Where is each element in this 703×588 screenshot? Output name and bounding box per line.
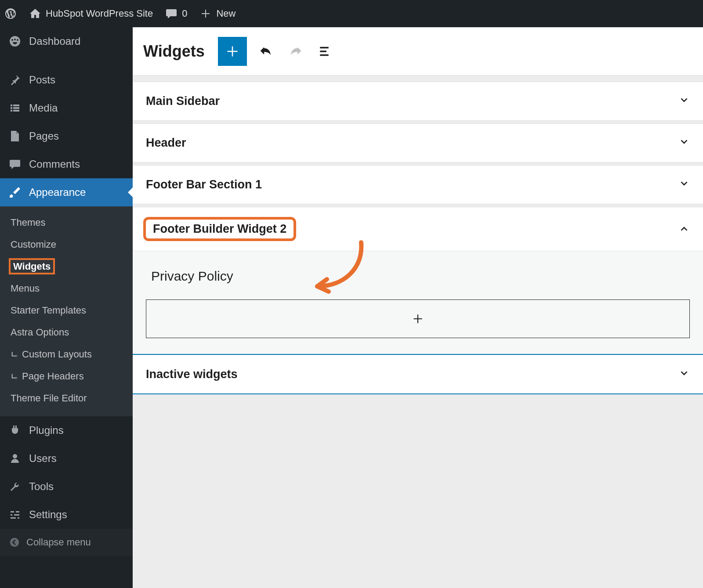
comments-link[interactable]: 0 xyxy=(165,7,187,20)
widget-area-footer-builder-2[interactable]: Footer Builder Widget 2 xyxy=(133,207,703,251)
sub-theme-file-editor[interactable]: Theme File Editor xyxy=(0,387,133,409)
chevron-down-icon xyxy=(678,368,690,381)
pin-icon xyxy=(9,74,21,86)
user-icon xyxy=(9,452,21,465)
heading-block[interactable]: Privacy Policy xyxy=(151,269,690,284)
sub-themes[interactable]: Themes xyxy=(0,212,133,234)
sub-astra-options[interactable]: Astra Options xyxy=(0,321,133,343)
chevron-down-icon xyxy=(678,95,690,108)
nav-settings[interactable]: Settings xyxy=(0,501,133,529)
nav-label: Tools xyxy=(29,480,54,493)
admin-toolbar: HubSpot WordPress Site 0 New xyxy=(0,0,703,27)
wrench-icon xyxy=(9,480,21,493)
nav-label: Appearance xyxy=(29,186,86,198)
sub-starter-templates[interactable]: Starter Templates xyxy=(0,299,133,321)
nav-media[interactable]: Media xyxy=(0,94,133,122)
sub-widgets[interactable]: Widgets xyxy=(0,256,133,278)
redo-button[interactable] xyxy=(286,42,305,61)
chevron-down-icon xyxy=(678,178,690,191)
new-label: New xyxy=(216,8,236,19)
nav-users[interactable]: Users xyxy=(0,444,133,473)
widget-area-footer-bar-1[interactable]: Footer Bar Section 1 xyxy=(133,165,703,204)
nav-label: Dashboard xyxy=(29,35,80,47)
nav-label: Pages xyxy=(29,130,59,142)
undo-button[interactable] xyxy=(257,42,276,61)
chevron-down-icon xyxy=(678,137,690,150)
nav-appearance[interactable]: Appearance xyxy=(0,178,133,206)
collapse-menu[interactable]: Collapse menu xyxy=(0,529,133,556)
page-title: Widgets xyxy=(143,42,205,61)
nav-label: Settings xyxy=(29,509,67,521)
panel-title: Inactive widgets xyxy=(146,368,238,381)
comment-count: 0 xyxy=(182,8,187,19)
brush-icon xyxy=(9,186,21,198)
panel-title: Main Sidebar xyxy=(146,94,220,108)
admin-sidebar: Dashboard Posts Media Pages Comments App… xyxy=(0,27,133,588)
sliders-icon xyxy=(9,509,21,521)
pages-icon xyxy=(9,130,21,142)
nav-label: Media xyxy=(29,102,58,114)
nav-pages[interactable]: Pages xyxy=(0,122,133,150)
panel-title: Footer Builder Widget 2 xyxy=(146,220,294,238)
widget-area-main-sidebar[interactable]: Main Sidebar xyxy=(133,82,703,121)
nav-label: Plugins xyxy=(29,424,64,436)
wp-logo[interactable] xyxy=(4,7,17,20)
nav-tools[interactable]: Tools xyxy=(0,473,133,501)
nav-dashboard[interactable]: Dashboard xyxy=(0,27,133,55)
add-block-zone[interactable] xyxy=(146,299,690,338)
nav-comments[interactable]: Comments xyxy=(0,150,133,178)
nav-plugins[interactable]: Plugins xyxy=(0,416,133,444)
nav-label: Users xyxy=(29,452,57,465)
site-title: HubSpot WordPress Site xyxy=(46,8,153,19)
plugin-icon xyxy=(9,424,21,436)
widget-area-inactive[interactable]: Inactive widgets xyxy=(133,355,703,394)
nav-label: Posts xyxy=(29,74,55,86)
add-block-button[interactable] xyxy=(218,37,247,66)
sub-page-headers[interactable]: Page Headers xyxy=(0,365,133,387)
sub-customize[interactable]: Customize xyxy=(0,234,133,256)
sub-menus[interactable]: Menus xyxy=(0,278,133,299)
media-icon xyxy=(9,102,21,114)
editor-toolbar: Widgets xyxy=(133,27,703,76)
nav-label: Comments xyxy=(29,158,80,170)
new-content[interactable]: New xyxy=(199,7,236,20)
panel-title: Header xyxy=(146,136,186,150)
appearance-submenu: Themes Customize Widgets Menus Starter T… xyxy=(0,206,133,416)
nav-posts[interactable]: Posts xyxy=(0,66,133,94)
comment-icon xyxy=(9,158,21,170)
panel-title: Footer Bar Section 1 xyxy=(146,178,262,191)
collapse-label: Collapse menu xyxy=(26,537,91,548)
chevron-up-icon xyxy=(678,223,690,236)
site-home[interactable]: HubSpot WordPress Site xyxy=(29,7,153,20)
list-view-button[interactable] xyxy=(315,42,334,61)
widget-area-header[interactable]: Header xyxy=(133,123,703,162)
sub-custom-layouts[interactable]: Custom Layouts xyxy=(0,343,133,365)
widget-area-content: Privacy Policy xyxy=(133,251,703,355)
main-content: Widgets Main Sidebar Header Footer Bar S… xyxy=(133,27,703,588)
dashboard-icon xyxy=(9,35,21,47)
